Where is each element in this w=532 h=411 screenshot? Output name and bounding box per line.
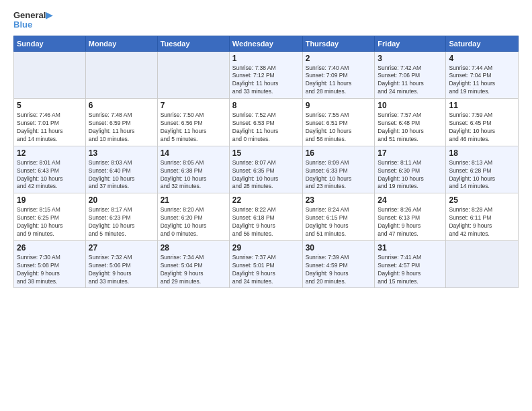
day-number: 25 [449, 195, 515, 205]
day-info: Sunrise: 7:34 AM Sunset: 5:04 PM Dayligh… [161, 254, 226, 286]
calendar-day-cell: 6Sunrise: 7:48 AM Sunset: 6:59 PM Daylig… [85, 99, 157, 146]
day-info: Sunrise: 7:46 AM Sunset: 7:01 PM Dayligh… [17, 111, 83, 144]
day-info: Sunrise: 8:24 AM Sunset: 6:15 PM Dayligh… [306, 206, 372, 238]
day-number: 10 [378, 101, 443, 110]
weekday-header: Sunday [14, 36, 86, 51]
page: General▶ Blue SundayMondayTuesdayWednesd… [0, 0, 532, 411]
day-info: Sunrise: 8:01 AM Sunset: 6:43 PM Dayligh… [17, 159, 83, 191]
day-number: 8 [232, 101, 300, 110]
day-number: 20 [89, 195, 154, 205]
day-number: 23 [306, 195, 372, 205]
calendar-day-cell: 17Sunrise: 8:11 AM Sunset: 6:30 PM Dayli… [375, 146, 446, 193]
calendar-day-cell: 10Sunrise: 7:57 AM Sunset: 6:48 PM Dayli… [375, 99, 446, 146]
weekday-header: Friday [375, 36, 446, 51]
day-number: 16 [306, 148, 372, 158]
day-info: Sunrise: 7:40 AM Sunset: 7:09 PM Dayligh… [306, 64, 372, 97]
day-info: Sunrise: 8:05 AM Sunset: 6:38 PM Dayligh… [161, 159, 226, 191]
day-number: 13 [89, 148, 154, 158]
calendar-day-cell: 8Sunrise: 7:52 AM Sunset: 6:53 PM Daylig… [229, 99, 302, 146]
day-number: 2 [306, 54, 372, 63]
calendar-day-cell: 16Sunrise: 8:09 AM Sunset: 6:33 PM Dayli… [302, 146, 375, 193]
calendar-day-cell: 14Sunrise: 8:05 AM Sunset: 6:38 PM Dayli… [157, 146, 229, 193]
day-info: Sunrise: 8:15 AM Sunset: 6:25 PM Dayligh… [17, 206, 83, 238]
day-number: 17 [378, 148, 443, 158]
calendar-day-cell: 21Sunrise: 8:20 AM Sunset: 6:20 PM Dayli… [157, 193, 229, 241]
calendar-day-cell [14, 51, 86, 99]
day-info: Sunrise: 7:44 AM Sunset: 7:04 PM Dayligh… [449, 64, 515, 97]
day-info: Sunrise: 8:22 AM Sunset: 6:18 PM Dayligh… [232, 206, 300, 238]
day-number: 19 [17, 195, 83, 205]
day-number: 30 [306, 243, 372, 253]
calendar-day-cell: 13Sunrise: 8:03 AM Sunset: 6:40 PM Dayli… [85, 146, 157, 193]
calendar-week-row: 26Sunrise: 7:30 AM Sunset: 5:08 PM Dayli… [14, 240, 519, 288]
day-number: 9 [306, 101, 372, 110]
weekday-header: Wednesday [229, 36, 302, 51]
day-info: Sunrise: 8:20 AM Sunset: 6:20 PM Dayligh… [161, 206, 226, 238]
day-info: Sunrise: 7:32 AM Sunset: 5:06 PM Dayligh… [89, 254, 154, 286]
calendar-day-cell: 4Sunrise: 7:44 AM Sunset: 7:04 PM Daylig… [446, 51, 519, 99]
calendar-day-cell: 1Sunrise: 7:38 AM Sunset: 7:12 PM Daylig… [229, 51, 302, 99]
calendar-day-cell: 9Sunrise: 7:55 AM Sunset: 6:51 PM Daylig… [302, 99, 375, 146]
calendar-day-cell: 20Sunrise: 8:17 AM Sunset: 6:23 PM Dayli… [85, 193, 157, 241]
calendar-day-cell: 12Sunrise: 8:01 AM Sunset: 6:43 PM Dayli… [14, 146, 86, 193]
logo-container: General▶ Blue [13, 11, 52, 30]
calendar-day-cell: 11Sunrise: 7:59 AM Sunset: 6:45 PM Dayli… [446, 99, 519, 146]
calendar-day-cell: 29Sunrise: 7:37 AM Sunset: 5:01 PM Dayli… [229, 240, 302, 288]
calendar-day-cell: 2Sunrise: 7:40 AM Sunset: 7:09 PM Daylig… [302, 51, 375, 99]
day-info: Sunrise: 8:07 AM Sunset: 6:35 PM Dayligh… [232, 159, 300, 191]
day-number: 11 [449, 101, 515, 110]
calendar-day-cell: 23Sunrise: 8:24 AM Sunset: 6:15 PM Dayli… [302, 193, 375, 241]
day-info: Sunrise: 7:38 AM Sunset: 7:12 PM Dayligh… [232, 64, 300, 97]
calendar-day-cell: 22Sunrise: 8:22 AM Sunset: 6:18 PM Dayli… [229, 193, 302, 241]
day-number: 22 [232, 195, 300, 205]
day-number: 31 [378, 243, 443, 253]
day-info: Sunrise: 8:26 AM Sunset: 6:13 PM Dayligh… [378, 206, 443, 238]
calendar-day-cell: 27Sunrise: 7:32 AM Sunset: 5:06 PM Dayli… [85, 240, 157, 288]
calendar-week-row: 1Sunrise: 7:38 AM Sunset: 7:12 PM Daylig… [14, 51, 519, 99]
day-info: Sunrise: 7:42 AM Sunset: 7:06 PM Dayligh… [378, 64, 443, 97]
day-number: 27 [89, 243, 154, 253]
day-info: Sunrise: 8:11 AM Sunset: 6:30 PM Dayligh… [378, 159, 443, 191]
calendar-day-cell: 7Sunrise: 7:50 AM Sunset: 6:56 PM Daylig… [157, 99, 229, 146]
calendar-day-cell [446, 240, 519, 288]
day-number: 14 [161, 148, 226, 158]
day-info: Sunrise: 8:28 AM Sunset: 6:11 PM Dayligh… [449, 206, 515, 238]
calendar-week-row: 19Sunrise: 8:15 AM Sunset: 6:25 PM Dayli… [14, 193, 519, 241]
day-number: 21 [161, 195, 226, 205]
day-number: 18 [449, 148, 515, 158]
weekday-header: Saturday [446, 36, 519, 51]
calendar-day-cell: 19Sunrise: 8:15 AM Sunset: 6:25 PM Dayli… [14, 193, 86, 241]
day-info: Sunrise: 8:13 AM Sunset: 6:28 PM Dayligh… [449, 159, 515, 191]
day-number: 26 [17, 243, 83, 253]
weekday-header: Monday [85, 36, 157, 51]
day-info: Sunrise: 7:52 AM Sunset: 6:53 PM Dayligh… [232, 111, 300, 144]
day-number: 7 [161, 101, 226, 110]
day-number: 15 [232, 148, 300, 158]
calendar-day-cell: 31Sunrise: 7:41 AM Sunset: 4:57 PM Dayli… [375, 240, 446, 288]
logo-blue: Blue [13, 20, 52, 30]
weekday-header: Thursday [302, 36, 375, 51]
day-number: 6 [89, 101, 154, 110]
calendar-day-cell: 30Sunrise: 7:39 AM Sunset: 4:59 PM Dayli… [302, 240, 375, 288]
day-number: 3 [378, 54, 443, 63]
day-info: Sunrise: 7:39 AM Sunset: 4:59 PM Dayligh… [306, 254, 372, 286]
day-number: 29 [232, 243, 300, 253]
day-info: Sunrise: 7:30 AM Sunset: 5:08 PM Dayligh… [17, 254, 83, 286]
day-info: Sunrise: 7:59 AM Sunset: 6:45 PM Dayligh… [449, 111, 515, 144]
day-info: Sunrise: 7:48 AM Sunset: 6:59 PM Dayligh… [89, 111, 154, 144]
calendar-day-cell: 3Sunrise: 7:42 AM Sunset: 7:06 PM Daylig… [375, 51, 446, 99]
calendar-day-cell: 15Sunrise: 8:07 AM Sunset: 6:35 PM Dayli… [229, 146, 302, 193]
day-number: 5 [17, 101, 83, 110]
day-info: Sunrise: 7:57 AM Sunset: 6:48 PM Dayligh… [378, 111, 443, 144]
calendar-day-cell: 25Sunrise: 8:28 AM Sunset: 6:11 PM Dayli… [446, 193, 519, 241]
calendar-table: SundayMondayTuesdayWednesdayThursdayFrid… [13, 36, 519, 289]
day-number: 4 [449, 54, 515, 63]
weekday-header: Tuesday [157, 36, 229, 51]
day-info: Sunrise: 8:17 AM Sunset: 6:23 PM Dayligh… [89, 206, 154, 238]
day-number: 28 [161, 243, 226, 253]
day-info: Sunrise: 8:09 AM Sunset: 6:33 PM Dayligh… [306, 159, 372, 191]
calendar-day-cell: 24Sunrise: 8:26 AM Sunset: 6:13 PM Dayli… [375, 193, 446, 241]
day-number: 24 [378, 195, 443, 205]
calendar-week-row: 12Sunrise: 8:01 AM Sunset: 6:43 PM Dayli… [14, 146, 519, 193]
calendar-day-cell: 26Sunrise: 7:30 AM Sunset: 5:08 PM Dayli… [14, 240, 86, 288]
